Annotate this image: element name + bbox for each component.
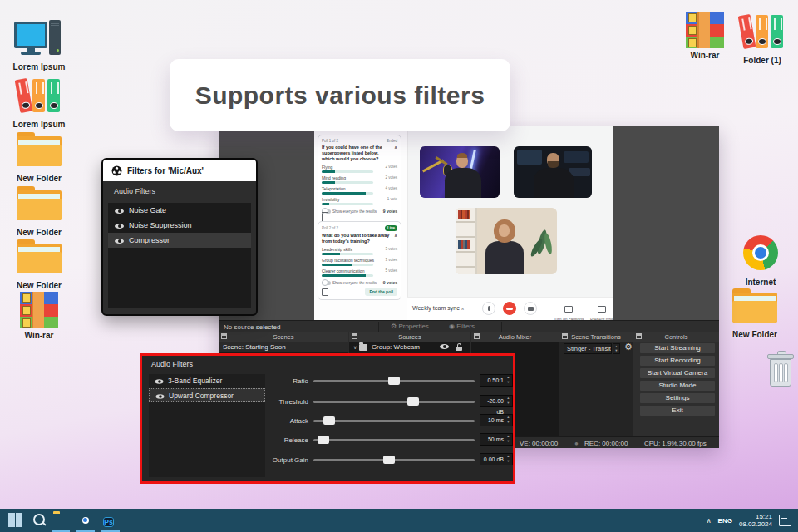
ratio-value-box[interactable]: 0.50:1▴▾ [480,374,513,387]
slider-row-ratio: Ratio 0.50:1▴▾ [142,374,513,387]
spinner-arrows[interactable]: ▴▾ [505,454,511,465]
filters-dialog: Filters for 'Mic/Aux' Audio Filters Nois… [101,158,258,316]
meeting-name[interactable]: Weekly team sync [412,305,460,311]
sources-panel-header[interactable]: Sources [349,332,470,342]
notification-center-icon[interactable] [779,515,791,526]
release-slider[interactable] [313,439,475,441]
slider-handle[interactable] [383,456,395,464]
obs-preview: Poll 1 of 2 Ended If you could have one … [219,126,719,320]
scenes-panel-header[interactable]: Scenes [219,332,348,342]
taskbar-explorer-button[interactable] [53,513,68,528]
audio-mixer-panel-header[interactable]: Audio Mixer [471,332,559,342]
transition-select[interactable]: Stinger - Transition [564,343,612,354]
poll-card-2: Poll 2 of 2 Live What do you want to tak… [318,221,401,300]
poll-option-label: Leadership skills [322,247,352,252]
release-value-box[interactable]: 50 ms▴▾ [480,433,513,446]
mic-button[interactable] [482,302,495,315]
slider-handle[interactable] [388,377,400,385]
audio-filters-highlight-panel: Audio Filters 3-Band Equalizer Upward Co… [140,353,515,484]
chevron-up-icon[interactable]: ∧ [461,306,465,311]
filters-dialog-titlebar[interactable]: Filters for 'Mic/Aux' [103,160,256,181]
filter-item-noise-suppression[interactable]: Noise Suppression [108,218,251,233]
tray-chevron-icon[interactable]: ∧ [707,517,712,525]
delete-poll-icon[interactable] [322,288,328,296]
desktop-icon-internet[interactable]: Internet [738,235,783,287]
desktop-icon-new-folder-2[interactable]: New Folder [12,185,66,237]
poll-option-label: Flying [322,165,332,170]
start-streaming-button[interactable]: Start Streaming [640,343,715,353]
folder-icon [17,185,62,225]
start-virtual-camera-button[interactable]: Start Virtual Camera [640,368,715,378]
lock-icon[interactable] [456,343,462,351]
camera-button[interactable] [524,302,537,315]
end-poll-button[interactable]: End the poll [365,288,397,296]
taskbar-search-button[interactable] [32,513,47,528]
desktop-icon-recycle-bin[interactable] [763,351,796,391]
filter-item-compressor[interactable]: Compressor [108,233,251,248]
transition-gear-icon[interactable]: ⚙ [624,342,633,352]
scene-row[interactable]: Scene: Starting Soon [219,342,348,352]
slider-handle[interactable] [407,397,419,406]
controls-panel-header[interactable]: Controls [633,332,719,342]
show-results-toggle[interactable] [322,281,331,285]
output-gain-value-box[interactable]: 0.00 dB▴▾ [480,453,513,466]
slider-label: Output Gain [192,456,308,464]
spinner-arrows[interactable]: ▴▾ [505,434,511,445]
spinner-arrows[interactable]: ▴▾ [505,396,511,406]
no-source-label: No source selected [224,323,280,331]
settings-button[interactable]: Settings [640,393,715,403]
slider-handle[interactable] [318,436,329,444]
spinner-arrows[interactable]: ▴▾ [505,415,511,426]
taskbar-photoshop-button[interactable]: Ps [103,513,118,528]
toggle-label: Show everyone the results [332,281,377,285]
filter-item-noise-gate[interactable]: Noise Gate [108,203,251,218]
language-indicator[interactable]: ENG [718,517,732,525]
scene-transitions-panel-header[interactable]: Scene Transitions [559,332,633,342]
desktop-icon-lorem-binders[interactable]: Lorem Ipsum [12,77,66,129]
exit-button[interactable]: Exit [640,406,715,416]
toggle-label: Show everyone the results [332,209,377,214]
slider-label: Threshold [192,398,308,406]
poll-option-votes: 3 votes [385,247,397,252]
computer-icon [12,20,66,60]
start-button[interactable] [8,513,23,528]
properties-button[interactable]: ⚙ Properties [391,323,429,330]
spinner-arrows[interactable]: ▴▾ [505,375,511,386]
hangup-button[interactable] [503,302,516,315]
ratio-slider[interactable] [313,380,475,382]
audio-filters-section-label: Audio Filters [151,360,193,368]
visibility-eye-icon[interactable] [115,222,124,230]
threshold-value-box[interactable]: -20.00 dB▴▾ [480,395,513,407]
transition-spinner[interactable]: ▴▾ [613,343,620,354]
desktop-icon-folder-1[interactable]: Folder (1) [736,13,788,65]
desktop-icon-winrar-left[interactable]: Win-rar [12,292,66,340]
source-row[interactable]: ∨ Group: Webcam [349,342,470,352]
desktop-icon-new-folder-right[interactable]: New Folder [730,288,780,339]
desktop-icon-lorem-computer[interactable]: Lorem Ipsum [12,20,66,71]
collapse-chevron-icon[interactable]: ∧ [394,145,397,162]
output-gain-slider[interactable] [313,459,475,461]
visibility-eye-icon[interactable] [115,237,124,245]
filters-button[interactable]: ◉ Filters [449,323,475,330]
collapse-chevron-icon[interactable]: ∧ [394,233,397,244]
taskbar-clock[interactable]: 15:21 08.02.2024 [739,513,772,528]
expand-chevron-icon[interactable]: ∨ [353,345,357,350]
slider-row-threshold: Threshold -20.00 dB▴▾ [142,395,513,408]
attack-value-box[interactable]: 10 ms▴▾ [480,414,513,426]
visibility-eye-icon[interactable] [115,207,124,215]
desktop-icon-new-folder-1[interactable]: New Folder [12,131,66,183]
folder-icon [732,288,777,328]
studio-mode-button[interactable]: Studio Mode [640,381,715,391]
captions-button[interactable]: Turn on captions [550,301,587,322]
visibility-eye-icon[interactable] [440,342,449,351]
attack-slider[interactable] [313,420,475,422]
taskbar-chrome-button[interactable] [78,513,93,528]
present-button[interactable]: Present now [584,301,620,322]
poll-option-bar [322,170,373,173]
desktop-icon-winrar-right[interactable]: Win-rar [682,12,728,60]
threshold-slider[interactable] [313,401,475,403]
desktop-icon-new-folder-3[interactable]: New Folder [12,239,66,290]
slider-row-output-gain: Output Gain 0.00 dB▴▾ [142,453,513,466]
slider-handle[interactable] [323,416,335,425]
start-recording-button[interactable]: Start Recording [640,356,715,366]
